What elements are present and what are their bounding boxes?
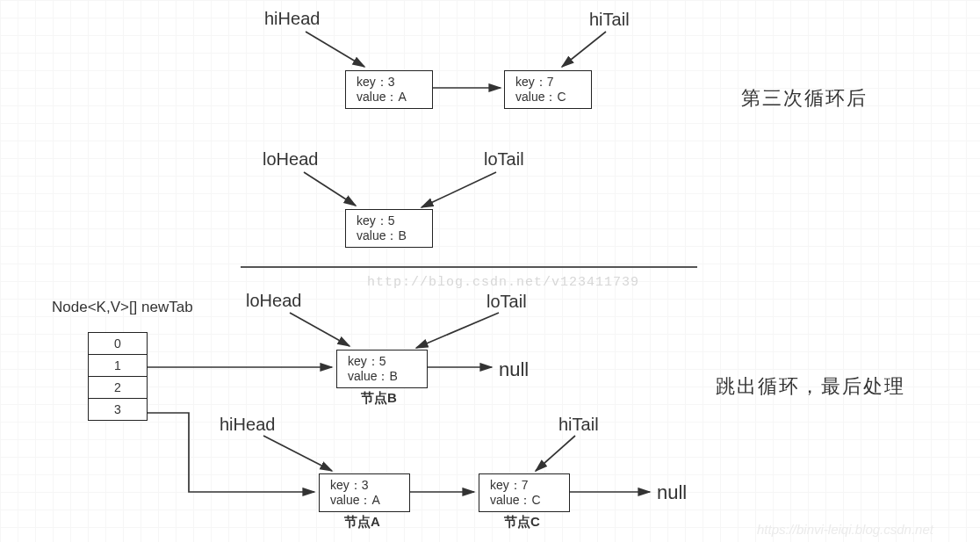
arrow-hitail-bottom bbox=[536, 436, 575, 471]
node-b: key：5 value：B bbox=[336, 350, 428, 388]
arrow-lohead-top bbox=[304, 172, 356, 206]
newtab-cell-3: 3 bbox=[89, 399, 147, 420]
annotation-bottom: 跳出循环，最后处理 bbox=[716, 373, 905, 400]
newtab-label: Node<K,V>[] newTab bbox=[52, 299, 193, 316]
node-val: value：B bbox=[348, 369, 416, 384]
node-key5-b-top: key：5 value：B bbox=[345, 209, 433, 248]
node-val: value：A bbox=[330, 493, 399, 508]
newtab-cell-1: 1 bbox=[89, 355, 147, 377]
annotation-top: 第三次循环后 bbox=[741, 85, 868, 112]
newtab-cell-0: 0 bbox=[89, 333, 147, 355]
label-hihead-bottom: hiHead bbox=[220, 415, 275, 435]
node-val: value：B bbox=[357, 228, 422, 243]
node-key: key：7 bbox=[515, 75, 580, 90]
node-val: value：A bbox=[357, 90, 422, 105]
caption-node-c: 节点C bbox=[504, 514, 540, 531]
section-divider bbox=[241, 266, 697, 268]
newtab-array: 0 1 2 3 bbox=[88, 332, 148, 421]
node-key: key：7 bbox=[490, 478, 558, 493]
node-c: key：7 value：C bbox=[479, 473, 570, 512]
watermark-corner: https://binvi-leiqi.blog.csdn.net bbox=[757, 522, 933, 537]
node-key3-a-top: key：3 value：A bbox=[345, 70, 433, 109]
arrow-lotail-top bbox=[422, 172, 496, 207]
label-lohead-bottom: loHead bbox=[246, 291, 301, 311]
node-key7-c-top: key：7 value：C bbox=[504, 70, 592, 109]
node-key: key：5 bbox=[348, 354, 416, 369]
caption-node-b: 节点B bbox=[361, 390, 397, 407]
newtab-cell-2: 2 bbox=[89, 377, 147, 399]
arrow-hihead-top bbox=[306, 32, 364, 67]
arrow-hihead-bottom bbox=[263, 436, 332, 471]
null-after-c: null bbox=[657, 481, 687, 504]
arrows-layer bbox=[0, 0, 980, 542]
label-lotail-bottom: loTail bbox=[486, 292, 527, 312]
label-hitail-top: hiTail bbox=[589, 10, 630, 30]
arrow-lohead-bottom bbox=[290, 313, 349, 346]
label-hihead-top: hiHead bbox=[264, 9, 320, 29]
watermark-url: http://blog.csdn.net/v123411739 bbox=[367, 275, 639, 290]
arrow-lotail-bottom bbox=[416, 313, 499, 348]
node-val: value：C bbox=[515, 90, 580, 105]
arrow-hitail-top bbox=[562, 32, 606, 67]
node-key: key：3 bbox=[330, 478, 399, 493]
null-after-b: null bbox=[499, 358, 529, 381]
node-key: key：5 bbox=[357, 213, 422, 228]
label-lotail-top: loTail bbox=[484, 149, 524, 170]
node-key: key：3 bbox=[357, 75, 422, 90]
node-a: key：3 value：A bbox=[319, 473, 410, 512]
label-hitail-bottom: hiTail bbox=[558, 415, 599, 435]
label-lohead-top: loHead bbox=[263, 149, 318, 170]
caption-node-a: 节点A bbox=[344, 514, 380, 531]
node-val: value：C bbox=[490, 493, 558, 508]
